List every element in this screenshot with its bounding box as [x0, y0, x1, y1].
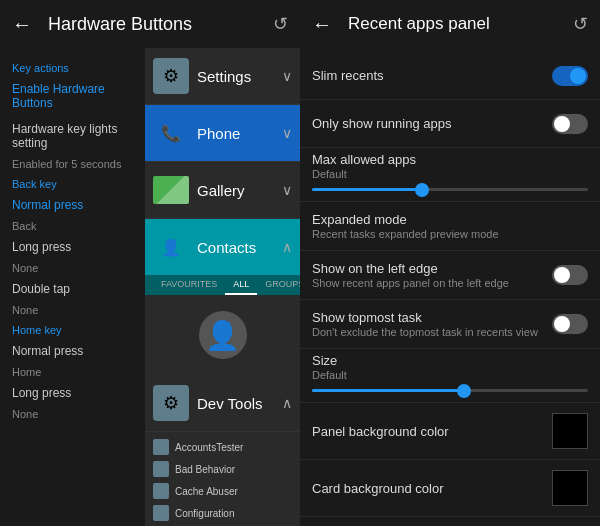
only-running-label: Only show running apps [312, 116, 552, 131]
setting-topmost-task[interactable]: Show topmost task Don't exclude the topm… [300, 300, 600, 349]
toggle-knob-2 [554, 116, 570, 132]
app-name-phone: Phone [197, 125, 282, 142]
left-header: ← Hardware Buttons ↺ [0, 0, 300, 48]
app-item-gallery[interactable]: Gallery ∨ [145, 162, 300, 219]
devtools-item-name-2: Bad Behavior [175, 464, 235, 475]
menu-back-long[interactable]: Long press [0, 234, 145, 260]
devtools-item-cache[interactable]: Cache Abuser [153, 480, 292, 502]
settings-icon: ⚙ [153, 58, 189, 94]
contacts-tabs: FAVOURITES ALL GROUPS [145, 275, 300, 295]
toggle-knob [570, 68, 586, 84]
devtools-item-name-3: Cache Abuser [175, 486, 238, 497]
right-refresh-icon[interactable]: ↺ [573, 13, 588, 35]
menu-home-normal-sub: Home [0, 364, 145, 380]
right-panel: ← Recent apps panel ↺ Slim recents Only … [300, 0, 600, 526]
max-apps-fill [312, 188, 422, 191]
tab-all[interactable]: ALL [225, 275, 257, 295]
phone-icon: 📞 [153, 115, 189, 151]
app-name-gallery: Gallery [197, 182, 282, 199]
panel-bg-color-swatch[interactable] [552, 413, 588, 449]
size-sub: Default [312, 369, 588, 381]
setting-size: Size Default [300, 349, 600, 403]
app-item-contacts[interactable]: 👤 Contacts ∧ FAVOURITES ALL GROUPS 👤 [145, 219, 300, 375]
menu-back-normal-sub: Back [0, 218, 145, 234]
left-content: Key actions Enable Hardware Buttons Hard… [0, 48, 300, 526]
card-bg-label: Card background color [312, 481, 552, 496]
left-edge-label: Show on the left edge [312, 261, 552, 276]
setting-left-edge[interactable]: Show on the left edge Show recent apps p… [300, 251, 600, 300]
toggle-knob-3 [554, 267, 570, 283]
right-header: ← Recent apps panel ↺ [300, 0, 600, 48]
menu-enable-hw[interactable]: Enable Hardware Buttons [0, 76, 145, 116]
devtools-list: AccountsTester Bad Behavior Cache Abuser… [145, 432, 300, 526]
setting-only-running[interactable]: Only show running apps [300, 100, 600, 148]
tab-groups[interactable]: GROUPS [257, 275, 300, 295]
devtools-item-name: AccountsTester [175, 442, 243, 453]
gallery-icon [153, 172, 189, 208]
setting-panel-bg-color[interactable]: Panel background color [300, 403, 600, 460]
devtools-item-icon-4 [153, 505, 169, 521]
avatar: 👤 [199, 311, 247, 359]
setting-card-text-color[interactable]: Card text color [300, 517, 600, 526]
app-item-devtools[interactable]: ⚙ Dev Tools ∧ AccountsTester Bad Behavio… [145, 375, 300, 526]
setting-card-bg-color[interactable]: Card background color [300, 460, 600, 517]
left-panel: ← Hardware Buttons ↺ Key actions Enable … [0, 0, 300, 526]
menu-back-long-sub: None [0, 260, 145, 276]
app-item-phone[interactable]: 📞 Phone ∨ [145, 105, 300, 162]
gallery-arrow: ∨ [282, 182, 292, 198]
max-apps-label: Max allowed apps [312, 152, 588, 167]
only-running-toggle[interactable] [552, 114, 588, 134]
right-back-button[interactable]: ← [312, 13, 332, 36]
menu-back-double[interactable]: Double tap [0, 276, 145, 302]
app-list: ⚙ Settings ∨ 📞 Phone ∨ Gallery ∨ [145, 48, 300, 526]
devtools-item-config[interactable]: Configuration [153, 502, 292, 524]
devtools-icon: ⚙ [153, 385, 189, 421]
setting-expanded-mode: Expanded mode Recent tasks expanded prev… [300, 202, 600, 251]
left-edge-sub: Show recent apps panel on the left edge [312, 277, 552, 289]
slim-recents-label: Slim recents [312, 68, 552, 83]
topmost-label: Show topmost task [312, 310, 552, 325]
setting-slim-recents[interactable]: Slim recents [300, 52, 600, 100]
devtools-item-bad[interactable]: Bad Behavior [153, 458, 292, 480]
left-title: Hardware Buttons [48, 14, 273, 35]
contacts-icon: 👤 [153, 229, 189, 265]
devtools-arrow: ∧ [282, 395, 292, 411]
section-back-key: Back key [0, 172, 145, 192]
size-slider[interactable] [312, 389, 588, 392]
size-thumb[interactable] [457, 384, 471, 398]
menu-home-normal[interactable]: Normal press [0, 338, 145, 364]
menu-home-long[interactable]: Long press [0, 380, 145, 406]
contacts-body: 👤 [145, 295, 300, 375]
max-apps-thumb[interactable] [415, 183, 429, 197]
devtools-item-name-4: Configuration [175, 508, 234, 519]
right-settings-list: Slim recents Only show running apps Max … [300, 48, 600, 526]
right-title: Recent apps panel [348, 14, 573, 34]
menu-back-double-sub: None [0, 302, 145, 318]
menu-hw-lights-sub: Enabled for 5 seconds [0, 156, 145, 172]
menu-back-normal[interactable]: Normal press [0, 192, 145, 218]
left-back-button[interactable]: ← [12, 13, 32, 36]
slim-recents-toggle[interactable] [552, 66, 588, 86]
app-name-settings: Settings [197, 68, 282, 85]
size-label: Size [312, 353, 588, 368]
panel-bg-label: Panel background color [312, 424, 552, 439]
devtools-item-accounts[interactable]: AccountsTester [153, 436, 292, 458]
devtools-item-icon-3 [153, 483, 169, 499]
left-refresh-icon[interactable]: ↺ [273, 13, 288, 35]
topmost-sub: Don't exclude the topmost task in recent… [312, 326, 552, 338]
app-name-contacts: Contacts [197, 239, 282, 256]
app-name-devtools: Dev Tools [197, 395, 282, 412]
menu-home-long-sub: None [0, 406, 145, 422]
max-apps-sub: Default [312, 168, 588, 180]
devtools-item-icon [153, 439, 169, 455]
app-item-settings[interactable]: ⚙ Settings ∨ [145, 48, 300, 105]
tab-favourites[interactable]: FAVOURITES [153, 275, 225, 295]
left-edge-toggle[interactable] [552, 265, 588, 285]
contacts-arrow: ∧ [282, 239, 292, 255]
card-bg-color-swatch[interactable] [552, 470, 588, 506]
menu-hw-lights[interactable]: Hardware key lights setting [0, 116, 145, 156]
topmost-toggle[interactable] [552, 314, 588, 334]
max-apps-slider[interactable] [312, 188, 588, 191]
setting-max-apps: Max allowed apps Default [300, 148, 600, 202]
expanded-mode-label: Expanded mode [312, 212, 407, 227]
